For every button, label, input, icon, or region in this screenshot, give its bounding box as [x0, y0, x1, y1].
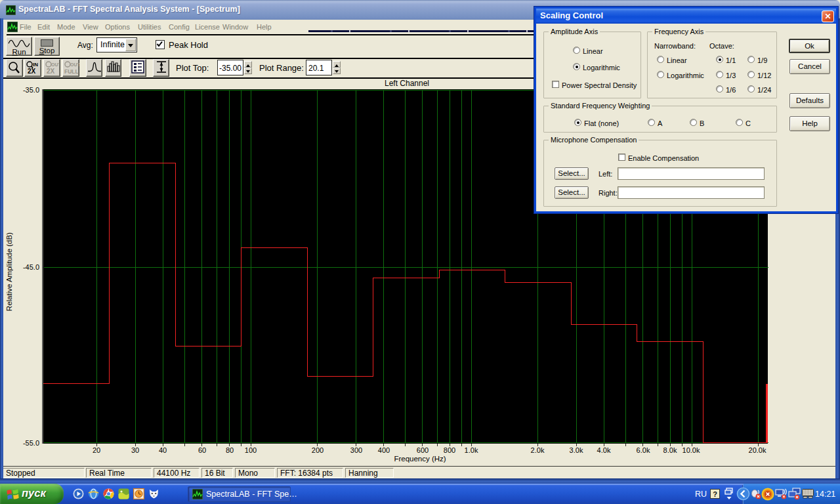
svg-text:OUT: OUT: [70, 62, 79, 67]
svg-text:FULL: FULL: [64, 68, 79, 75]
svg-text:2X: 2X: [47, 68, 55, 75]
svg-text:2X: 2X: [28, 68, 36, 75]
svg-text:OUT: OUT: [51, 62, 60, 67]
svg-text:IN: IN: [33, 62, 38, 68]
